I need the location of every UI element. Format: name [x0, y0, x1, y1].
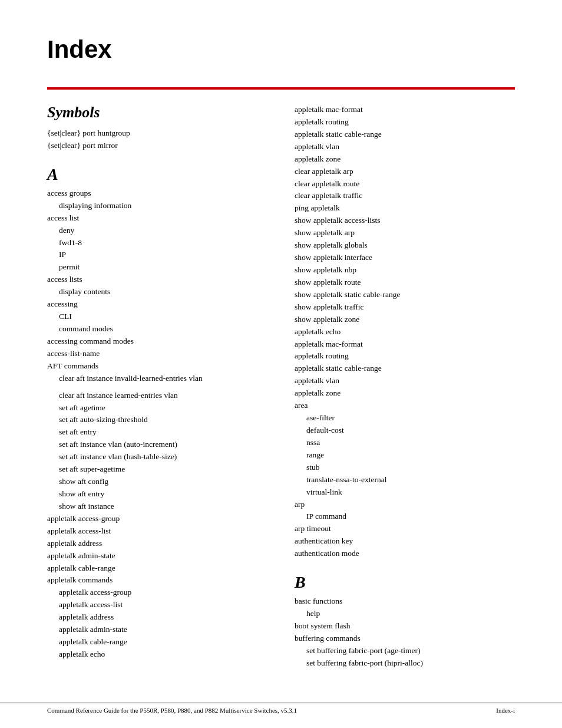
entry-show-aft-instance: show aft instance — [47, 500, 271, 513]
entry-at-mac-format: appletalk mac-format — [295, 104, 515, 116]
entry-ip-command: IP command — [295, 510, 515, 523]
entry-help: help — [295, 608, 515, 620]
entry-show-at-interface: show appletalk interface — [295, 252, 515, 264]
entry-clear-aft-learned: clear aft instance learned-entries vlan — [47, 390, 271, 402]
entry-fwd1-8: fwd1-8 — [47, 237, 271, 249]
entry-ip: IP — [47, 249, 271, 261]
entry-at-access-group: appletalk access-group — [47, 587, 271, 599]
entry-clear-at-traffic: clear appletalk traffic — [295, 190, 515, 202]
entry-appletalk-access-group: appletalk access-group — [47, 513, 271, 525]
entry-access-groups: access groups — [47, 187, 271, 200]
entry-at-echo: appletalk echo — [47, 648, 271, 661]
entry-stub: stub — [295, 462, 515, 474]
right-column: appletalk mac-format appletalk routing a… — [295, 104, 515, 670]
page: Index Symbols {set|clear} port huntgroup… — [0, 0, 562, 728]
entry-show-at-arp: show appletalk arp — [295, 227, 515, 239]
entry-appletalk-cable-range: appletalk cable-range — [47, 562, 271, 575]
left-column: Symbols {set|clear} port huntgroup {set|… — [47, 104, 271, 670]
entry-arp: arp — [295, 499, 515, 511]
entry-range: range — [295, 449, 515, 462]
entry-at-static-2: appletalk static cable-range — [295, 363, 515, 375]
entry-authentication-mode: authentication mode — [295, 548, 515, 560]
entry-set-aft-agetime: set aft agetime — [47, 402, 271, 414]
entry-appletalk-admin-state: appletalk admin-state — [47, 550, 271, 562]
entry-at-routing: appletalk routing — [295, 116, 515, 129]
entry-accessing: accessing — [47, 298, 271, 311]
two-column-layout: Symbols {set|clear} port huntgroup {set|… — [47, 104, 515, 670]
entry-clear-at-arp: clear appletalk arp — [295, 166, 515, 178]
entry-permit: permit — [47, 261, 271, 274]
entry-show-at-zone: show appletalk zone — [295, 314, 515, 326]
entry-area: area — [295, 400, 515, 412]
entry-translate-nssa: translate-nssa-to-external — [295, 474, 515, 486]
entry-at-cable-range: appletalk cable-range — [47, 636, 271, 648]
entry-show-aft-config: show aft config — [47, 476, 271, 488]
entry-at-vlan-2: appletalk vlan — [295, 375, 515, 387]
entry-appletalk-address: appletalk address — [47, 538, 271, 550]
entry-access-list: access list — [47, 212, 271, 225]
symbols-entry-1: {set|clear} port huntgroup — [47, 127, 271, 140]
entry-accessing-command-modes: accessing command modes — [47, 335, 271, 348]
entry-show-at-traffic: show appletalk traffic — [295, 301, 515, 314]
entry-at-static-cable-range: appletalk static cable-range — [295, 129, 515, 141]
entry-appletalk-commands: appletalk commands — [47, 574, 271, 587]
entry-nssa: nssa — [295, 437, 515, 449]
entry-show-at-route: show appletalk route — [295, 276, 515, 289]
entry-set-buffering-age-timer: set buffering fabric-port (age-timer) — [295, 645, 515, 657]
entry-arp-timeout: arp timeout — [295, 523, 515, 535]
entry-set-aft-instance-auto: set aft instance vlan (auto-increment) — [47, 439, 271, 451]
entry-at-zone-2: appletalk zone — [295, 387, 515, 400]
entry-access-list-name: access-list-name — [47, 348, 271, 360]
entry-deny: deny — [47, 225, 271, 237]
entry-cli: CLI — [47, 311, 271, 323]
entry-buffering-commands: buffering commands — [295, 633, 515, 645]
footer-right: Index-i — [496, 707, 515, 714]
entry-at-access-list: appletalk access-list — [47, 599, 271, 611]
entry-basic-functions: basic functions — [295, 595, 515, 608]
entry-clear-at-route: clear appletalk route — [295, 178, 515, 190]
entry-authentication-key: authentication key — [295, 535, 515, 548]
entry-set-aft-entry: set aft entry — [47, 426, 271, 439]
entry-clear-aft-invalid: clear aft instance invalid-learned-entri… — [47, 373, 271, 385]
entry-ase-filter: ase-filter — [295, 412, 515, 424]
entry-show-at-access-lists: show appletalk access-lists — [295, 215, 515, 227]
entry-access-lists: access lists — [47, 274, 271, 286]
entry-command-modes: command modes — [47, 323, 271, 335]
entry-set-aft-instance-hash: set aft instance vlan (hash-table-size) — [47, 451, 271, 463]
entry-at-address: appletalk address — [47, 611, 271, 624]
footer-left: Command Reference Guide for the P550R, P… — [47, 707, 297, 714]
symbols-heading: Symbols — [47, 104, 271, 121]
entry-display-contents: display contents — [47, 286, 271, 298]
entry-at-zone: appletalk zone — [295, 153, 515, 166]
footer: Command Reference Guide for the P550R, P… — [0, 703, 562, 714]
b-heading: B — [295, 573, 515, 592]
entry-set-aft-auto-sizing: set aft auto-sizing-threshold — [47, 414, 271, 426]
entry-at-mac-format-2: appletalk mac-format — [295, 338, 515, 351]
entry-show-at-static: show appletalk static cable-range — [295, 289, 515, 301]
entry-virtual-link: virtual-link — [295, 486, 515, 499]
entry-at-vlan: appletalk vlan — [295, 141, 515, 153]
entry-at-echo-2: appletalk echo — [295, 326, 515, 338]
entry-set-buffering-hipri-alloc: set buffering fabric-port (hipri-alloc) — [295, 657, 515, 670]
entry-at-admin-state: appletalk admin-state — [47, 624, 271, 636]
page-title: Index — [47, 35, 515, 64]
entry-ping-at: ping appletalk — [295, 202, 515, 215]
entry-show-at-nbp: show appletalk nbp — [295, 264, 515, 276]
entry-displaying-information: displaying information — [47, 200, 271, 212]
entry-appletalk-access-list: appletalk access-list — [47, 525, 271, 538]
entry-show-at-globals: show appletalk globals — [295, 239, 515, 252]
entry-set-aft-super: set aft super-agetime — [47, 463, 271, 476]
entry-default-cost: default-cost — [295, 424, 515, 437]
symbols-entry-2: {set|clear} port mirror — [47, 140, 271, 152]
entry-show-aft-entry: show aft entry — [47, 488, 271, 500]
entry-at-routing-2: appletalk routing — [295, 350, 515, 363]
a-heading: A — [47, 165, 271, 184]
entry-boot-system-flash: boot system flash — [295, 620, 515, 633]
red-divider — [47, 87, 515, 90]
entry-aft-commands: AFT commands — [47, 360, 271, 373]
